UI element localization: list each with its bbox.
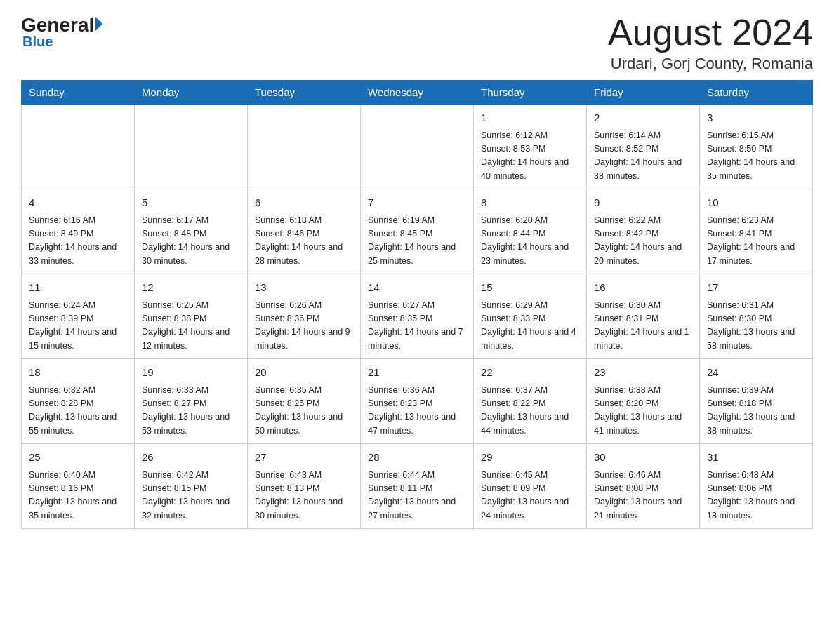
day-info: Sunrise: 6:18 AMSunset: 8:46 PMDaylight:… (255, 214, 353, 269)
calendar-cell: 9Sunrise: 6:22 AMSunset: 8:42 PMDaylight… (587, 189, 700, 274)
day-number: 24 (707, 365, 805, 381)
calendar-cell: 22Sunrise: 6:37 AMSunset: 8:22 PMDayligh… (474, 359, 587, 444)
calendar-cell: 18Sunrise: 6:32 AMSunset: 8:28 PMDayligh… (22, 359, 135, 444)
day-number: 13 (255, 280, 353, 296)
calendar-cell: 24Sunrise: 6:39 AMSunset: 8:18 PMDayligh… (700, 359, 813, 444)
week-row-1: 1Sunrise: 6:12 AMSunset: 8:53 PMDaylight… (22, 105, 813, 189)
logo: General Blue (21, 14, 102, 50)
day-number: 5 (142, 195, 240, 211)
day-number: 17 (707, 280, 805, 296)
day-info: Sunrise: 6:32 AMSunset: 8:28 PMDaylight:… (29, 384, 127, 438)
title-area: August 2024 Urdari, Gorj County, Romania (608, 14, 813, 73)
day-number: 25 (29, 450, 127, 466)
logo-arrow-icon (95, 17, 102, 31)
day-info: Sunrise: 6:42 AMSunset: 8:15 PMDaylight:… (142, 469, 240, 523)
day-number: 27 (255, 450, 353, 466)
day-info: Sunrise: 6:30 AMSunset: 8:31 PMDaylight:… (594, 299, 692, 354)
calendar-cell: 31Sunrise: 6:48 AMSunset: 8:06 PMDayligh… (700, 444, 813, 529)
calendar-cell: 21Sunrise: 6:36 AMSunset: 8:23 PMDayligh… (361, 359, 474, 444)
week-row-2: 4Sunrise: 6:16 AMSunset: 8:49 PMDaylight… (22, 189, 813, 274)
day-info: Sunrise: 6:20 AMSunset: 8:44 PMDaylight:… (481, 214, 579, 269)
day-number: 20 (255, 365, 353, 381)
day-number: 30 (594, 450, 692, 466)
weekday-header-thursday: Thursday (474, 81, 587, 105)
day-number: 26 (142, 450, 240, 466)
day-number: 11 (29, 280, 127, 296)
day-number: 28 (368, 450, 466, 466)
calendar-cell: 12Sunrise: 6:25 AMSunset: 8:38 PMDayligh… (135, 274, 248, 359)
calendar-header-row: SundayMondayTuesdayWednesdayThursdayFrid… (22, 81, 813, 105)
calendar-cell: 16Sunrise: 6:30 AMSunset: 8:31 PMDayligh… (587, 274, 700, 359)
weekday-header-monday: Monday (135, 81, 248, 105)
day-info: Sunrise: 6:26 AMSunset: 8:36 PMDaylight:… (255, 299, 353, 354)
day-number: 16 (594, 280, 692, 296)
day-info: Sunrise: 6:22 AMSunset: 8:42 PMDaylight:… (594, 214, 692, 269)
day-info: Sunrise: 6:12 AMSunset: 8:53 PMDaylight:… (481, 129, 579, 184)
week-row-3: 11Sunrise: 6:24 AMSunset: 8:39 PMDayligh… (22, 274, 813, 359)
calendar-cell: 8Sunrise: 6:20 AMSunset: 8:44 PMDaylight… (474, 189, 587, 274)
day-number: 2 (594, 110, 692, 126)
location: Urdari, Gorj County, Romania (608, 55, 813, 73)
day-number: 8 (481, 195, 579, 211)
day-info: Sunrise: 6:17 AMSunset: 8:48 PMDaylight:… (142, 214, 240, 269)
day-info: Sunrise: 6:45 AMSunset: 8:09 PMDaylight:… (481, 469, 579, 523)
day-number: 10 (707, 195, 805, 211)
week-row-4: 18Sunrise: 6:32 AMSunset: 8:28 PMDayligh… (22, 359, 813, 444)
month-title: August 2024 (608, 14, 813, 51)
day-number: 9 (594, 195, 692, 211)
day-info: Sunrise: 6:24 AMSunset: 8:39 PMDaylight:… (29, 299, 127, 354)
day-info: Sunrise: 6:40 AMSunset: 8:16 PMDaylight:… (29, 469, 127, 523)
day-number: 4 (29, 195, 127, 211)
day-info: Sunrise: 6:15 AMSunset: 8:50 PMDaylight:… (707, 129, 805, 184)
calendar-cell: 5Sunrise: 6:17 AMSunset: 8:48 PMDaylight… (135, 189, 248, 274)
calendar-cell (248, 105, 361, 189)
day-info: Sunrise: 6:36 AMSunset: 8:23 PMDaylight:… (368, 384, 466, 438)
day-number: 3 (707, 110, 805, 126)
day-number: 31 (707, 450, 805, 466)
day-info: Sunrise: 6:31 AMSunset: 8:30 PMDaylight:… (707, 299, 805, 354)
calendar-cell: 17Sunrise: 6:31 AMSunset: 8:30 PMDayligh… (700, 274, 813, 359)
day-info: Sunrise: 6:25 AMSunset: 8:38 PMDaylight:… (142, 299, 240, 354)
calendar-cell: 15Sunrise: 6:29 AMSunset: 8:33 PMDayligh… (474, 274, 587, 359)
day-number: 29 (481, 450, 579, 466)
calendar-cell: 11Sunrise: 6:24 AMSunset: 8:39 PMDayligh… (22, 274, 135, 359)
day-number: 14 (368, 280, 466, 296)
calendar-cell: 27Sunrise: 6:43 AMSunset: 8:13 PMDayligh… (248, 444, 361, 529)
day-number: 1 (481, 110, 579, 126)
calendar-cell: 4Sunrise: 6:16 AMSunset: 8:49 PMDaylight… (22, 189, 135, 274)
calendar-cell: 3Sunrise: 6:15 AMSunset: 8:50 PMDaylight… (700, 105, 813, 189)
calendar-cell: 20Sunrise: 6:35 AMSunset: 8:25 PMDayligh… (248, 359, 361, 444)
day-info: Sunrise: 6:39 AMSunset: 8:18 PMDaylight:… (707, 384, 805, 438)
day-info: Sunrise: 6:35 AMSunset: 8:25 PMDaylight:… (255, 384, 353, 438)
calendar-cell: 14Sunrise: 6:27 AMSunset: 8:35 PMDayligh… (361, 274, 474, 359)
day-info: Sunrise: 6:14 AMSunset: 8:52 PMDaylight:… (594, 129, 692, 184)
day-info: Sunrise: 6:16 AMSunset: 8:49 PMDaylight:… (29, 214, 127, 269)
day-info: Sunrise: 6:19 AMSunset: 8:45 PMDaylight:… (368, 214, 466, 269)
calendar-cell: 26Sunrise: 6:42 AMSunset: 8:15 PMDayligh… (135, 444, 248, 529)
calendar-cell (361, 105, 474, 189)
day-info: Sunrise: 6:33 AMSunset: 8:27 PMDaylight:… (142, 384, 240, 438)
day-number: 23 (594, 365, 692, 381)
calendar-cell: 19Sunrise: 6:33 AMSunset: 8:27 PMDayligh… (135, 359, 248, 444)
calendar-table: SundayMondayTuesdayWednesdayThursdayFrid… (21, 80, 813, 529)
weekday-header-sunday: Sunday (22, 81, 135, 105)
calendar-cell: 10Sunrise: 6:23 AMSunset: 8:41 PMDayligh… (700, 189, 813, 274)
day-info: Sunrise: 6:27 AMSunset: 8:35 PMDaylight:… (368, 299, 466, 354)
calendar-cell (22, 105, 135, 189)
calendar-cell: 1Sunrise: 6:12 AMSunset: 8:53 PMDaylight… (474, 105, 587, 189)
day-number: 7 (368, 195, 466, 211)
day-number: 6 (255, 195, 353, 211)
day-info: Sunrise: 6:29 AMSunset: 8:33 PMDaylight:… (481, 299, 579, 354)
day-info: Sunrise: 6:38 AMSunset: 8:20 PMDaylight:… (594, 384, 692, 438)
calendar-cell: 29Sunrise: 6:45 AMSunset: 8:09 PMDayligh… (474, 444, 587, 529)
day-info: Sunrise: 6:43 AMSunset: 8:13 PMDaylight:… (255, 469, 353, 523)
calendar-cell: 6Sunrise: 6:18 AMSunset: 8:46 PMDaylight… (248, 189, 361, 274)
calendar-cell: 23Sunrise: 6:38 AMSunset: 8:20 PMDayligh… (587, 359, 700, 444)
weekday-header-tuesday: Tuesday (248, 81, 361, 105)
weekday-header-wednesday: Wednesday (361, 81, 474, 105)
day-info: Sunrise: 6:46 AMSunset: 8:08 PMDaylight:… (594, 469, 692, 523)
day-info: Sunrise: 6:48 AMSunset: 8:06 PMDaylight:… (707, 469, 805, 523)
weekday-header-friday: Friday (587, 81, 700, 105)
day-number: 18 (29, 365, 127, 381)
page-header: General Blue August 2024 Urdari, Gorj Co… (21, 14, 813, 73)
